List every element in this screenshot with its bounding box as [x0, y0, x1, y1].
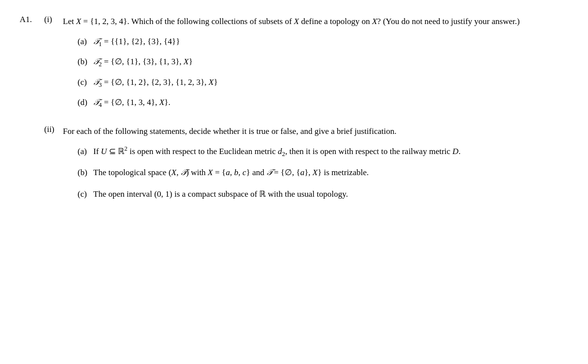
subpart-a-label: (a) — [78, 35, 93, 48]
subpart-c-content: 𝒯3 = {∅, {1, 2}, {2, 3}, {1, 2, 3}, X} — [93, 76, 560, 89]
subpart-b-content: 𝒯2 = {∅, {1}, {3}, {1, 3}, X} — [93, 55, 560, 68]
main-container: A1. (i) Let X = {1, 2, 3, 4}. Which of t… — [20, 15, 560, 208]
problem-block: A1. (i) Let X = {1, 2, 3, 4}. Which of t… — [20, 15, 560, 208]
part-i-label: (i) — [44, 15, 59, 116]
subpart-d: (d) 𝒯4 = {∅, {1, 3, 4}, X}. — [78, 96, 560, 109]
part-ii-subpart-b: (b) The topological space (X, 𝒯) with X … — [78, 166, 560, 179]
part-ii-subpart-c-content: The open interval (0, 1) is a compact su… — [93, 187, 560, 201]
part-ii: (ii) For each of the following statement… — [44, 125, 560, 208]
subpart-a-content: 𝒯1 = {{1}, {2}, {3}, {4}} — [93, 35, 560, 48]
part-i: (i) Let X = {1, 2, 3, 4}. Which of the f… — [44, 15, 560, 116]
subpart-d-content: 𝒯4 = {∅, {1, 3, 4}, X}. — [93, 96, 560, 109]
part-ii-subpart-a-label: (a) — [78, 145, 93, 158]
subparts-list: (a) 𝒯1 = {{1}, {2}, {3}, {4}} (b) 𝒯2 = {… — [78, 35, 560, 109]
part-ii-subpart-b-label: (b) — [78, 166, 93, 179]
part-ii-subpart-a-content: If U ⊆ ℝ2 is open with respect to the Eu… — [93, 145, 560, 158]
part-ii-intro-text: For each of the following statements, de… — [63, 125, 560, 138]
part-ii-content: For each of the following statements, de… — [63, 125, 560, 208]
subpart-b-label: (b) — [78, 55, 93, 68]
part-i-content: Let X = {1, 2, 3, 4}. Which of the follo… — [63, 15, 560, 116]
subpart-b: (b) 𝒯2 = {∅, {1}, {3}, {1, 3}, X} — [78, 55, 560, 68]
part-ii-subpart-a: (a) If U ⊆ ℝ2 is open with respect to th… — [78, 145, 560, 158]
subpart-a: (a) 𝒯1 = {{1}, {2}, {3}, {4}} — [78, 35, 560, 48]
part-ii-label: (ii) — [44, 125, 59, 208]
problem-label: A1. — [20, 15, 44, 208]
part-ii-subparts: (a) If U ⊆ ℝ2 is open with respect to th… — [78, 145, 560, 201]
part-ii-subpart-c-label: (c) — [78, 187, 93, 201]
part-i-intro-text: Let X = {1, 2, 3, 4}. Which of the follo… — [63, 15, 560, 28]
problem-content: (i) Let X = {1, 2, 3, 4}. Which of the f… — [44, 15, 560, 208]
subpart-d-label: (d) — [78, 96, 93, 109]
part-ii-subpart-c: (c) The open interval (0, 1) is a compac… — [78, 187, 560, 201]
part-ii-subpart-b-content: The topological space (X, 𝒯) with X = {a… — [93, 166, 560, 179]
subpart-c-label: (c) — [78, 76, 93, 89]
subpart-c: (c) 𝒯3 = {∅, {1, 2}, {2, 3}, {1, 2, 3}, … — [78, 76, 560, 89]
